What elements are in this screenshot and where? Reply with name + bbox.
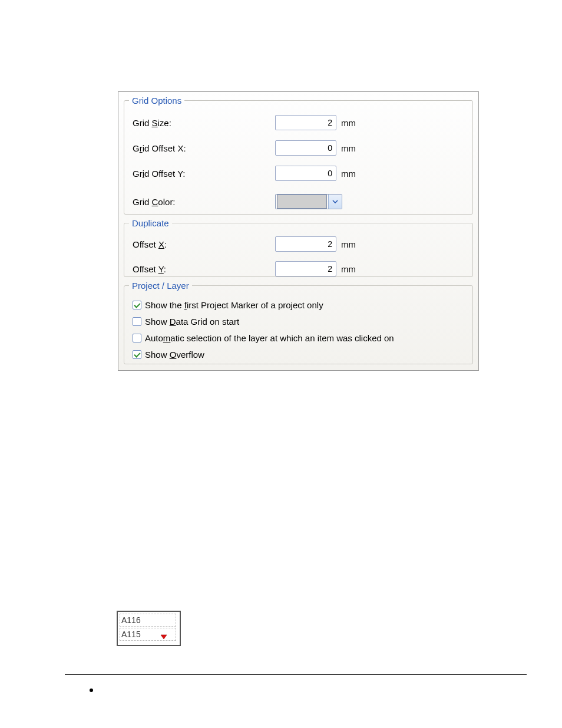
- unit-grid-offset-x: mm: [341, 143, 356, 153]
- checkbox-show-first-marker[interactable]: [133, 301, 141, 309]
- svg-marker-0: [161, 635, 167, 639]
- row-grid-color: Grid Color:: [133, 194, 464, 209]
- label-grid-size: Grid Size:: [133, 118, 275, 128]
- row-show-first-marker: Show the first Project Marker of a proje…: [133, 300, 464, 310]
- checkbox-auto-layer[interactable]: [133, 334, 141, 342]
- group-project-layer: Project / Layer Show the first Project M…: [124, 281, 473, 364]
- row-auto-layer: Automatic selection of the layer at whic…: [133, 333, 464, 343]
- input-offset-y[interactable]: [275, 261, 336, 276]
- label-offset-x: Offset X:: [133, 239, 275, 249]
- input-grid-offset-y[interactable]: [275, 166, 336, 181]
- row-offset-x: Offset X: mm: [133, 236, 464, 252]
- label-grid-offset-x: Grid Offset X:: [133, 143, 275, 153]
- label-grid-offset-y: Grid Offset Y:: [133, 169, 275, 179]
- legend-duplicate: Duplicate: [129, 218, 172, 228]
- overflow-arrow-icon: [160, 631, 168, 641]
- combo-grid-color[interactable]: [275, 194, 342, 209]
- swatch-grid-color: [277, 195, 327, 209]
- chevron-down-icon[interactable]: [328, 195, 342, 209]
- label-offset-y: Offset Y:: [133, 264, 275, 274]
- row-show-data-grid: Show Data Grid on start: [133, 317, 464, 327]
- unit-grid-offset-y: mm: [341, 169, 356, 179]
- settings-panel-image: Grid Options Grid Size: mm Grid Offset X…: [118, 91, 479, 371]
- label-auto-layer: Automatic selection of the layer at whic…: [145, 333, 394, 343]
- sample-cell-top: A116: [120, 614, 176, 627]
- unit-offset-y: mm: [341, 264, 356, 274]
- group-grid-options: Grid Options Grid Size: mm Grid Offset X…: [124, 95, 473, 215]
- input-offset-x[interactable]: [275, 236, 336, 252]
- label-grid-color: Grid Color:: [133, 197, 275, 207]
- row-show-overflow: Show Overflow: [133, 350, 464, 360]
- label-show-overflow: Show Overflow: [145, 350, 204, 360]
- legend-project-layer: Project / Layer: [129, 281, 192, 291]
- list-bullet: [90, 689, 93, 692]
- row-grid-offset-y: Grid Offset Y: mm: [133, 166, 464, 181]
- row-grid-offset-x: Grid Offset X: mm: [133, 140, 464, 156]
- row-grid-size: Grid Size: mm: [133, 115, 464, 130]
- label-show-data-grid: Show Data Grid on start: [145, 317, 239, 327]
- input-grid-size[interactable]: [275, 115, 336, 130]
- unit-offset-x: mm: [341, 239, 356, 249]
- checkbox-show-overflow[interactable]: [133, 350, 141, 359]
- row-offset-y: Offset Y: mm: [133, 261, 464, 276]
- group-duplicate: Duplicate Offset X: mm Offset Y: mm: [124, 218, 473, 277]
- overflow-indicator-image: A116 A115: [117, 611, 181, 646]
- input-grid-offset-x[interactable]: [275, 140, 336, 156]
- label-show-first-marker: Show the first Project Marker of a proje…: [145, 300, 323, 310]
- footer-divider: [65, 674, 527, 675]
- checkbox-show-data-grid[interactable]: [133, 317, 141, 326]
- legend-grid-options: Grid Options: [129, 95, 184, 106]
- unit-grid-size: mm: [341, 118, 356, 128]
